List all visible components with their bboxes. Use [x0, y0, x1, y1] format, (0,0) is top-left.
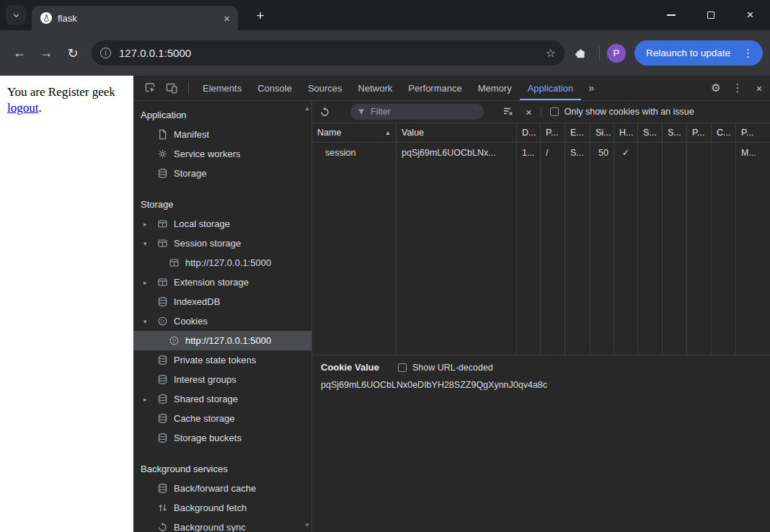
- sidebar-item-session-storage[interactable]: ▾ Session storage: [133, 234, 311, 253]
- sidebar-item-cache-storage[interactable]: Cache storage: [133, 409, 311, 428]
- sidebar-item-label: Local storage: [174, 218, 230, 229]
- devtools-menu-icon[interactable]: ⋮: [727, 76, 748, 100]
- cookie-row-httponly-check[interactable]: ✓: [614, 143, 638, 162]
- page-text-period: .: [38, 101, 41, 115]
- tab-performance[interactable]: Performance: [400, 76, 469, 100]
- refresh-icon[interactable]: [319, 107, 330, 118]
- site-info-icon[interactable]: i: [100, 48, 111, 58]
- url-decode-checkbox[interactable]: [398, 363, 407, 372]
- tab-elements[interactable]: Elements: [195, 76, 249, 100]
- column-header-path[interactable]: P...: [541, 123, 565, 143]
- sidebar-item-session-storage-origin[interactable]: http://127.0.0.1:5000: [133, 253, 311, 272]
- column-header-secure[interactable]: S...: [638, 123, 663, 143]
- sidebar-item-manifest[interactable]: Manifest: [133, 125, 311, 144]
- inspect-element-button[interactable]: [139, 76, 161, 100]
- browser-menu-icon[interactable]: ⋮: [738, 47, 758, 60]
- sidebar-item-label: http://127.0.0.1:5000: [185, 335, 271, 346]
- filter-input[interactable]: Filter: [350, 104, 484, 120]
- column-header-value[interactable]: Value: [397, 123, 517, 143]
- table-empty-cell: [517, 162, 541, 355]
- sidebar-item-indexeddb[interactable]: IndexedDB: [133, 292, 311, 311]
- minimize-button[interactable]: [651, 0, 691, 30]
- devtools-close-icon[interactable]: ×: [748, 76, 770, 100]
- cookie-row-path[interactable]: /: [541, 143, 565, 162]
- chevron-right-icon[interactable]: ▸: [143, 279, 157, 286]
- sidebar-item-shared-storage[interactable]: ▸ Shared storage: [133, 389, 311, 409]
- column-header-size[interactable]: Si...: [590, 123, 614, 143]
- database-icon: [157, 296, 168, 307]
- sidebar-item-cookies-origin[interactable]: http://127.0.0.1:5000: [133, 331, 311, 350]
- scrollbar-down-icon[interactable]: ▼: [304, 522, 310, 528]
- sidebar-item-extension-storage[interactable]: ▸ Extension storage: [133, 272, 311, 292]
- sidebar-item-storage-buckets[interactable]: Storage buckets: [133, 428, 311, 448]
- sidebar-section-storage: Storage: [133, 195, 311, 214]
- cookie-row-name[interactable]: session: [312, 143, 397, 162]
- column-header-domain[interactable]: D...: [517, 123, 541, 143]
- delete-selected-icon[interactable]: ×: [526, 106, 532, 118]
- back-button[interactable]: ←: [9, 45, 30, 61]
- column-header-httponly[interactable]: H...: [614, 123, 638, 143]
- table-empty-cell: [397, 162, 517, 355]
- column-header-cross-site[interactable]: C...: [712, 123, 736, 143]
- tab-console[interactable]: Console: [249, 76, 300, 100]
- cookie-row-size[interactable]: 50: [590, 143, 614, 162]
- sidebar-item-local-storage[interactable]: ▸ Local storage: [133, 214, 311, 234]
- chevron-right-icon[interactable]: ▸: [143, 396, 157, 403]
- cookie-row-value[interactable]: pqSj69mL6UOCbLNx...: [397, 143, 517, 162]
- tab-close-icon[interactable]: ×: [221, 12, 232, 25]
- sidebar-item-cookies[interactable]: ▾ Cookies: [133, 311, 311, 331]
- more-tabs-icon[interactable]: »: [581, 76, 601, 100]
- url-text[interactable]: 127.0.0.1:5000: [119, 47, 540, 59]
- device-toolbar-button[interactable]: [161, 76, 182, 100]
- browser-tab[interactable]: flask ×: [32, 6, 238, 30]
- chevron-right-icon[interactable]: ▸: [143, 221, 157, 228]
- cookie-row-secure[interactable]: [638, 143, 663, 162]
- cookie-row-samesite[interactable]: [663, 143, 687, 162]
- tab-memory[interactable]: Memory: [470, 76, 520, 100]
- omnibox[interactable]: i 127.0.0.1:5000 ☆: [92, 40, 565, 66]
- relaunch-button[interactable]: Relaunch to update ⋮: [634, 40, 763, 66]
- sidebar-item-background-fetch[interactable]: Background fetch: [133, 498, 311, 518]
- cookies-table: Name ▲ Value D... P... E... Si... H... S…: [312, 123, 770, 355]
- column-header-priority[interactable]: P...: [736, 123, 770, 143]
- flask-icon: [43, 14, 50, 22]
- forward-button[interactable]: →: [35, 45, 57, 61]
- chevron-down-icon[interactable]: ▾: [143, 240, 157, 247]
- new-tab-button[interactable]: +: [251, 6, 270, 25]
- cookie-row-domain[interactable]: 1...: [517, 143, 541, 162]
- devtools-settings-button[interactable]: ⚙: [705, 76, 727, 100]
- sidebar-item-interest-groups[interactable]: Interest groups: [133, 370, 311, 389]
- column-header-expires[interactable]: E...: [565, 123, 590, 143]
- sidebar-item-service-workers[interactable]: Service workers: [133, 144, 311, 164]
- column-header-samesite[interactable]: S...: [663, 123, 687, 143]
- column-header-name[interactable]: Name ▲: [312, 123, 397, 143]
- tab-network[interactable]: Network: [350, 76, 401, 100]
- table-icon: [157, 218, 168, 229]
- tab-application[interactable]: Application: [520, 76, 582, 100]
- profile-avatar[interactable]: P: [607, 44, 626, 63]
- bookmark-star-icon[interactable]: ☆: [546, 46, 556, 60]
- tab-sources[interactable]: Sources: [300, 76, 350, 100]
- cookie-row-expires[interactable]: S...: [565, 143, 590, 162]
- issue-filter-checkbox[interactable]: [550, 107, 559, 116]
- clear-all-cookies-icon[interactable]: [503, 106, 514, 118]
- cookie-row-partition-key[interactable]: [687, 143, 712, 162]
- maximize-button[interactable]: [691, 0, 730, 30]
- scrollbar-up-icon[interactable]: ▲: [304, 105, 310, 112]
- column-header-partition-key[interactable]: P...: [687, 123, 712, 143]
- sidebar-item-private-state-tokens[interactable]: Private state tokens: [133, 350, 311, 370]
- toolbar-separator: [541, 106, 541, 118]
- cookie-row-cross-site[interactable]: [712, 143, 736, 162]
- sidebar-item-label: Service workers: [174, 148, 240, 159]
- database-icon: [157, 168, 168, 179]
- reload-button[interactable]: ↻: [62, 45, 84, 61]
- chevron-down-icon[interactable]: ▾: [143, 318, 157, 325]
- sidebar-item-background-sync[interactable]: Background sync: [133, 518, 311, 532]
- close-window-button[interactable]: ×: [730, 0, 770, 30]
- sidebar-item-storage[interactable]: Storage: [133, 164, 311, 183]
- cookie-row-priority[interactable]: M...: [736, 143, 770, 162]
- tab-search-button[interactable]: [6, 5, 26, 25]
- logout-link[interactable]: logout: [7, 101, 38, 115]
- extensions-button[interactable]: [570, 47, 592, 59]
- sidebar-item-back-forward-cache[interactable]: Back/forward cache: [133, 479, 311, 498]
